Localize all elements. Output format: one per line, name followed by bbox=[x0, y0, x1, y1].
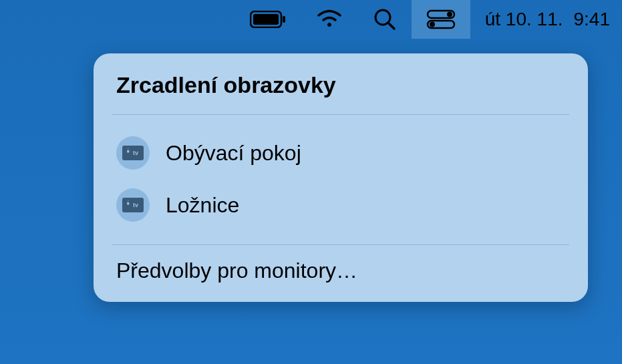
search-icon bbox=[373, 7, 397, 31]
device-item-loznice[interactable]: tv Ložnice bbox=[116, 179, 565, 231]
device-list: tv Obývací pokoj tv Ložnice bbox=[94, 115, 588, 244]
svg-point-8 bbox=[430, 22, 435, 27]
svg-point-6 bbox=[447, 12, 452, 17]
control-center[interactable] bbox=[412, 0, 470, 39]
wifi-icon bbox=[315, 9, 343, 29]
popover-title: Zrcadlení obrazovky bbox=[94, 72, 588, 114]
screen-mirroring-popover: Zrcadlení obrazovky tv Obývací pokoj bbox=[94, 53, 588, 302]
appletv-icon: tv bbox=[116, 188, 150, 222]
control-center-icon bbox=[426, 9, 456, 29]
time-text: 9:41 bbox=[574, 9, 611, 30]
svg-text:tv: tv bbox=[133, 202, 138, 208]
svg-rect-2 bbox=[283, 16, 285, 23]
datetime-display[interactable]: út 10. 11. 9:41 bbox=[470, 9, 610, 30]
device-item-obyvaci-pokoj[interactable]: tv Obývací pokoj bbox=[116, 127, 565, 179]
device-label: Obývací pokoj bbox=[166, 141, 301, 166]
date-text: út 10. 11. bbox=[485, 9, 563, 30]
svg-text:tv: tv bbox=[133, 150, 138, 156]
display-preferences-link[interactable]: Předvolby pro monitory… bbox=[94, 245, 588, 286]
battery-icon bbox=[250, 11, 286, 28]
spotlight-search[interactable] bbox=[358, 0, 412, 39]
menu-bar: út 10. 11. 9:41 bbox=[0, 0, 622, 39]
svg-line-4 bbox=[388, 23, 394, 29]
wifi-status[interactable] bbox=[301, 0, 358, 39]
battery-status[interactable] bbox=[235, 0, 301, 39]
appletv-icon: tv bbox=[116, 136, 150, 170]
device-label: Ložnice bbox=[166, 193, 239, 218]
svg-rect-1 bbox=[253, 14, 279, 25]
